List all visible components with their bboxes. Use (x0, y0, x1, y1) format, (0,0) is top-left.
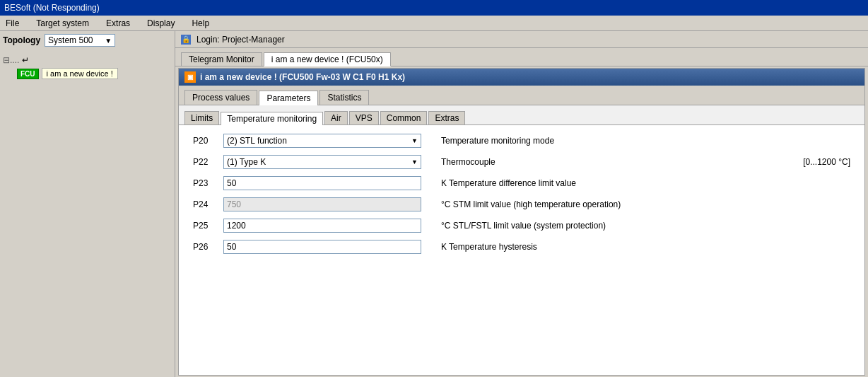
param-description-P22: Thermocouple (441, 157, 792, 167)
title-text: BESoft (Not Responding) (4, 3, 100, 13)
subtab-air[interactable]: Air (324, 111, 348, 124)
param-input-P25[interactable] (223, 219, 421, 233)
sidebar: Topology System 500 ▼ ⊟.... ↵ FCU i am a… (0, 31, 175, 377)
param-description-P25: °C STL/FSTL limit value (system protecti… (441, 221, 850, 231)
subtab-temperature-monitoring[interactable]: Temperature monitoring (221, 112, 323, 125)
subtab-extras[interactable]: Extras (428, 111, 465, 124)
tree-area: ⊟.... ↵ FCU i am a new device ! (3, 51, 172, 83)
param-id-P20: P20 (193, 136, 218, 146)
login-text: Login: Project-Manager (197, 35, 285, 45)
tree-expand-icon[interactable]: ⊟.... (3, 55, 19, 65)
subtab-limits[interactable]: Limits (184, 111, 219, 124)
device-panel-title: i am a new device ! (FCU500 Fw-03 W C1 F… (200, 72, 405, 82)
param-row: P24°C STM limit value (high temperature … (193, 197, 850, 211)
param-description-P23: K Temperature difference limit value (441, 178, 850, 188)
param-row: P25°C STL/FSTL limit value (system prote… (193, 219, 850, 233)
param-input-wrap-P23 (223, 176, 421, 190)
fcu-badge: FCU (17, 69, 39, 79)
sidebar-header: Topology System 500 ▼ (3, 34, 172, 47)
login-bar: 🔒 Login: Project-Manager (175, 31, 868, 48)
param-id-P23: P23 (193, 178, 218, 188)
param-row: P22(1) Type KThermocouple[0...1200 °C] (193, 155, 850, 169)
menu-extras[interactable]: Extras (103, 18, 133, 29)
menu-target-system[interactable]: Target system (33, 18, 92, 29)
menu-help[interactable]: Help (189, 18, 212, 29)
topology-label: Topology (3, 35, 40, 45)
param-id-P22: P22 (193, 157, 218, 167)
sub-tabs: Limits Temperature monitoring Air VPS Co… (179, 105, 864, 125)
device-panel-icon: ▣ (184, 71, 196, 83)
param-unit-P22: [0...1200 °C] (803, 157, 850, 167)
telegram-monitor-label: Telegram Monitor (181, 52, 262, 66)
param-description-P20: Temperature monitoring mode (441, 136, 850, 146)
tree-connector-icon: ↵ (22, 55, 29, 65)
param-id-P24: P24 (193, 199, 218, 209)
chevron-down-icon: ▼ (105, 37, 112, 45)
param-input-wrap-P25 (223, 219, 421, 233)
tab-process-values[interactable]: Process values (184, 90, 257, 105)
param-description-P26: K Temperature hysteresis (441, 242, 850, 252)
param-description-P24: °C STM limit value (high temperature ope… (441, 199, 850, 209)
device-panel-header: ▣ i am a new device ! (FCU500 Fw-03 W C1… (179, 69, 864, 86)
menu-file[interactable]: File (3, 18, 22, 29)
system-dropdown[interactable]: System 500 ▼ (45, 34, 115, 47)
param-input-wrap-P24 (223, 197, 421, 211)
param-dropdown-P22[interactable]: (1) Type K (223, 155, 421, 169)
device-label-tooltip[interactable]: i am a new device ! (42, 68, 118, 79)
tab-statistics[interactable]: Statistics (319, 90, 369, 105)
param-row: P23K Temperature difference limit value (193, 176, 850, 190)
main-tabs: Process values Parameters Statistics (179, 86, 864, 105)
tree-child-item: FCU i am a new device ! (3, 66, 172, 81)
login-icon: 🔒 (181, 35, 191, 45)
param-row: P26K Temperature hysteresis (193, 240, 850, 254)
menu-bar: File Target system Extras Display Help (0, 16, 868, 31)
telegram-monitor-tab[interactable]: i am a new device ! (FCU50x) (264, 52, 391, 66)
telegram-monitor-bar: Telegram Monitor i am a new device ! (FC… (175, 48, 868, 66)
subtab-common[interactable]: Common (380, 111, 428, 124)
param-input-wrap-P20: (2) STL function (223, 134, 421, 148)
menu-display[interactable]: Display (144, 18, 177, 29)
param-input-P23[interactable] (223, 176, 421, 190)
content-area: 🔒 Login: Project-Manager Telegram Monito… (175, 31, 868, 377)
param-row: P20(2) STL functionTemperature monitorin… (193, 134, 850, 148)
param-id-P26: P26 (193, 242, 218, 252)
title-bar: BESoft (Not Responding) (0, 0, 868, 16)
param-input-wrap-P26 (223, 240, 421, 254)
main-layout: Topology System 500 ▼ ⊟.... ↵ FCU i am a… (0, 31, 868, 377)
tab-parameters[interactable]: Parameters (259, 91, 318, 105)
param-input-P26[interactable] (223, 240, 421, 254)
device-panel: ▣ i am a new device ! (FCU500 Fw-03 W C1… (178, 68, 865, 376)
param-input-wrap-P22: (1) Type K (223, 155, 421, 169)
param-dropdown-P20[interactable]: (2) STL function (223, 134, 421, 148)
subtab-vps[interactable]: VPS (349, 111, 379, 124)
params-content: P20(2) STL functionTemperature monitorin… (179, 125, 864, 375)
tree-root: ⊟.... ↵ (3, 54, 172, 66)
param-input-P24 (223, 197, 421, 211)
param-id-P25: P25 (193, 221, 218, 231)
